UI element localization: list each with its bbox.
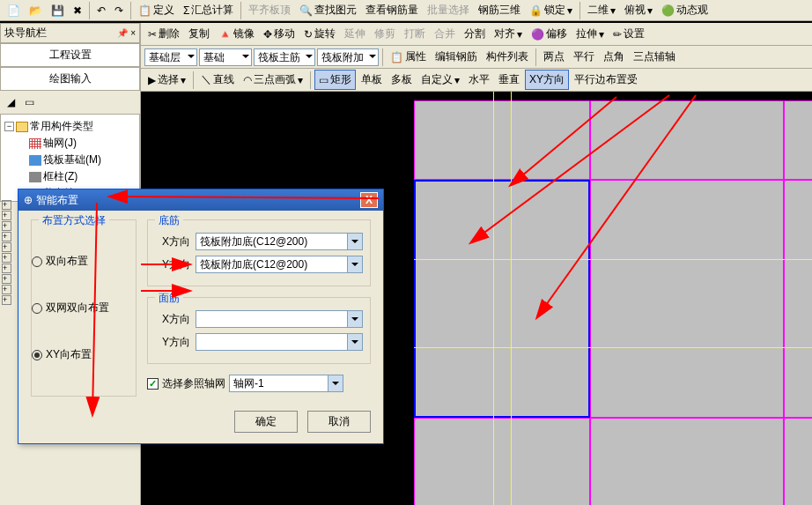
main-toolbar-1: 📄 📂 💾 ✖ ↶ ↷ 📋 定义 Σ 汇总计算 平齐板顶 🔍 查找图元 查看钢筋… <box>0 0 812 21</box>
type-dropdown[interactable]: 筏板主筋 <box>254 48 315 66</box>
redo-icon[interactable]: ↷ <box>111 3 127 19</box>
bird-view-button[interactable]: 俯视 ▾ <box>621 1 656 19</box>
draw-toolbar: ▶ 选择 ▾ ＼ 直线 ◠ 三点画弧 ▾ ▭ 矩形 单板 多板 自定义 ▾ 水平… <box>141 69 812 92</box>
check-rebar-button[interactable]: 查看钢筋量 <box>362 1 422 19</box>
expand-icon[interactable]: + <box>2 200 11 210</box>
opt-bidirectional[interactable]: 双向布置 <box>32 254 136 269</box>
top-x-combo[interactable] <box>196 310 363 328</box>
top-y-combo[interactable] <box>196 333 363 351</box>
pin-icon[interactable]: 📌 × <box>117 28 136 38</box>
multi-board-button[interactable]: 多板 <box>388 71 416 89</box>
tab-project-settings[interactable]: 工程设置 <box>0 43 140 67</box>
close-icon[interactable]: ✖ <box>70 3 85 19</box>
expand-icon[interactable]: + <box>2 242 11 252</box>
parallel-button[interactable]: 平行 <box>570 48 598 66</box>
subtype-dropdown[interactable]: 筏板附加 <box>317 48 379 66</box>
line-button[interactable]: ＼ 直线 <box>197 71 238 89</box>
delete-button[interactable]: ✂ 删除 <box>144 25 183 43</box>
expand-icon[interactable]: + <box>2 285 11 294</box>
dialog-close-button[interactable]: X <box>360 192 378 208</box>
trim-button: 修剪 <box>371 25 399 43</box>
expand-icon[interactable]: + <box>2 264 11 273</box>
align-button[interactable]: 对齐 ▾ <box>491 25 526 43</box>
expand-icon[interactable]: + <box>2 274 11 284</box>
lock-button[interactable]: 🔒 锁定 ▾ <box>526 1 576 19</box>
tree-root[interactable]: − 常用构件类型 <box>4 118 136 135</box>
ref-axis-combo[interactable]: 轴网-1 <box>229 375 343 392</box>
tree-tool-icon[interactable]: ▭ <box>21 94 38 110</box>
three-aux-button[interactable]: 三点辅轴 <box>630 48 679 66</box>
floor-dropdown[interactable]: 基础层 <box>144 48 197 66</box>
ok-button[interactable]: 确定 <box>234 411 298 433</box>
dyn-view-button[interactable]: 🟢 动态观 <box>658 1 712 19</box>
sigma-button[interactable]: Σ 汇总计算 <box>180 1 237 19</box>
side-expand-list: + + + + + + + + + + <box>0 199 14 306</box>
expand-icon[interactable]: + <box>2 221 11 231</box>
parallel-edge-button[interactable]: 平行边布置受 <box>571 71 641 89</box>
copy-button[interactable]: 复制 <box>185 25 213 43</box>
split-button[interactable]: 分割 <box>461 25 489 43</box>
offset-button[interactable]: 🟣 偏移 <box>528 25 571 43</box>
radio-icon[interactable] <box>32 350 42 360</box>
grid-icon <box>29 138 41 149</box>
props-button[interactable]: 📋 属性 <box>387 48 430 66</box>
two-point-button[interactable]: 两点 <box>540 48 568 66</box>
raft-icon <box>29 155 41 166</box>
dialog-titlebar[interactable]: ⊕ 智能布置 X <box>18 189 383 211</box>
arc-button[interactable]: ◠ 三点画弧 ▾ <box>240 71 306 89</box>
horiz-button[interactable]: 水平 <box>465 71 493 89</box>
undo-icon[interactable]: ↶ <box>93 3 109 19</box>
radio-icon[interactable] <box>32 303 42 314</box>
mode-legend: 布置方式选择 <box>39 213 109 228</box>
mirror-button[interactable]: 🔺 镜像 <box>215 25 258 43</box>
opt-xy-direction[interactable]: XY向布置 <box>32 347 136 362</box>
new-icon[interactable]: 📄 <box>4 3 24 19</box>
x-direction-label: X方向 <box>155 312 190 327</box>
stretch-button[interactable]: 拉伸 ▾ <box>572 25 608 43</box>
expand-icon[interactable]: + <box>2 232 11 241</box>
expand-icon[interactable]: + <box>2 211 11 220</box>
opt-double-net[interactable]: 双网双向布置 <box>32 301 136 316</box>
edit-rebar-button[interactable]: 编辑钢筋 <box>432 48 481 66</box>
nav-title-bar: 块导航栏 📌 × <box>0 23 140 43</box>
save-icon[interactable]: 💾 <box>48 3 68 19</box>
comp-list-button[interactable]: 构件列表 <box>483 48 532 66</box>
select-button[interactable]: ▶ 选择 ▾ <box>144 71 189 89</box>
expand-icon[interactable]: − <box>4 122 14 131</box>
single-board-button[interactable]: 单板 <box>358 71 386 89</box>
settings-button[interactable]: ✏ 设置 <box>609 25 648 43</box>
tab-draw-input[interactable]: 绘图输入 <box>0 67 140 91</box>
cancel-button[interactable]: 取消 <box>307 411 371 433</box>
rebar-3d-button[interactable]: 钢筋三维 <box>475 1 524 19</box>
tree-collapse-icon[interactable]: ◢ <box>4 94 18 110</box>
point-angle-button[interactable]: 点角 <box>600 48 628 66</box>
expand-icon[interactable]: + <box>2 295 11 305</box>
bottom-legend: 底筋 <box>155 213 183 228</box>
2d-button[interactable]: 二维 ▾ <box>584 1 619 19</box>
folder-icon <box>16 122 28 132</box>
break-button: 打断 <box>401 25 429 43</box>
radio-icon[interactable] <box>32 256 42 267</box>
define-button[interactable]: 📋 定义 <box>135 1 178 19</box>
edit-toolbar: ✂ 删除 复制 🔺 镜像 ✥ 移动 ↻ 旋转 延伸 修剪 打断 合并 分割 对齐… <box>141 23 812 46</box>
find-elem-button[interactable]: 🔍 查找图元 <box>296 1 360 19</box>
merge-button: 合并 <box>431 25 459 43</box>
column-icon <box>29 172 41 182</box>
ref-axis-checkbox[interactable]: ✓ <box>147 378 159 390</box>
tree-item-raft[interactable]: 筏板基础(M) <box>4 152 136 168</box>
tree-item-column[interactable]: 框柱(Z) <box>4 168 136 185</box>
ref-axis-label: 选择参照轴网 <box>162 376 225 391</box>
bottom-x-combo[interactable]: 筏板附加底(C12@200) <box>196 233 363 250</box>
xy-direction-button[interactable]: XY方向 <box>525 70 569 90</box>
tree-item-axis[interactable]: 轴网(J) <box>4 135 136 152</box>
rotate-button[interactable]: ↻ 旋转 <box>300 25 339 43</box>
open-icon[interactable]: 📂 <box>26 3 46 19</box>
bottom-y-combo[interactable]: 筏板附加底(C12@200) <box>196 256 363 273</box>
category-dropdown[interactable]: 基础 <box>199 48 252 66</box>
rect-button[interactable]: ▭ 矩形 <box>314 70 356 90</box>
move-button[interactable]: ✥ 移动 <box>260 25 299 43</box>
custom-button[interactable]: 自定义 ▾ <box>417 71 463 89</box>
vert-button[interactable]: 垂直 <box>495 71 523 89</box>
expand-icon[interactable]: + <box>2 253 11 263</box>
y-direction-label: Y方向 <box>155 257 190 272</box>
